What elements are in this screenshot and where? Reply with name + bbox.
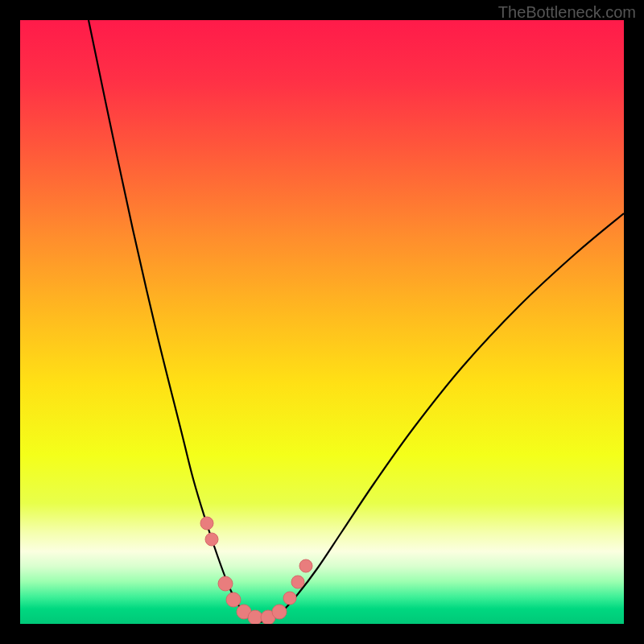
gradient-background [20,20,624,624]
data-marker [226,592,241,607]
data-marker [205,533,218,546]
bottleneck-chart [20,20,624,624]
data-marker [291,576,304,588]
data-marker [248,610,262,624]
data-marker [218,576,233,591]
data-marker [283,592,296,605]
watermark-text: TheBottleneck.com [498,3,636,22]
data-marker [200,517,213,530]
data-marker [272,605,287,619]
data-marker [299,559,312,572]
chart-frame [20,20,624,624]
